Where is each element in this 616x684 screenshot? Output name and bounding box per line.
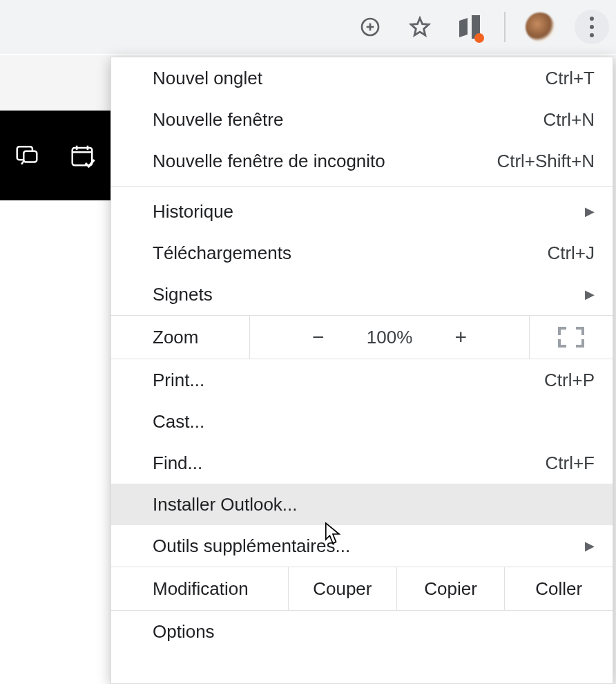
menu-item-label: Outils supplémentaires... bbox=[153, 535, 578, 557]
submenu-arrow-icon: ▶ bbox=[585, 538, 595, 553]
submenu-arrow-icon: ▶ bbox=[585, 204, 595, 219]
zoom-out-button[interactable]: − bbox=[305, 325, 332, 349]
menu-item-shortcut: Ctrl+J bbox=[547, 243, 595, 264]
profile-avatar[interactable] bbox=[525, 12, 555, 42]
browser-toolbar bbox=[0, 0, 616, 55]
zoom-value: 100% bbox=[367, 327, 413, 348]
menu-separator bbox=[111, 186, 613, 187]
menu-item-label: Historique bbox=[153, 201, 578, 222]
extension-office-icon[interactable] bbox=[454, 12, 485, 42]
submenu-arrow-icon: ▶ bbox=[585, 287, 595, 302]
menu-item-label: Téléchargements bbox=[153, 243, 547, 264]
calendar-check-icon bbox=[68, 142, 97, 169]
menu-options[interactable]: Options bbox=[111, 611, 613, 652]
svg-marker-3 bbox=[411, 18, 429, 35]
menu-print[interactable]: Print... Ctrl+P bbox=[111, 359, 613, 401]
menu-edit-row: Modification Couper Copier Coller bbox=[111, 567, 613, 611]
edit-label: Modification bbox=[111, 567, 288, 610]
menu-item-label: Nouvelle fenêtre de incognito bbox=[153, 151, 497, 172]
menu-item-shortcut: Ctrl+T bbox=[546, 68, 595, 89]
menu-cast[interactable]: Cast... bbox=[111, 401, 613, 442]
menu-item-label: Nouvelle fenêtre bbox=[153, 109, 543, 131]
menu-item-label: Cast... bbox=[153, 411, 595, 433]
menu-item-shortcut: Ctrl+F bbox=[546, 453, 595, 474]
menu-zoom-row: Zoom − 100% + bbox=[111, 315, 613, 359]
fullscreen-icon bbox=[558, 327, 584, 348]
menu-downloads[interactable]: Téléchargements Ctrl+J bbox=[111, 232, 613, 274]
mouse-cursor bbox=[325, 522, 341, 546]
menu-history[interactable]: Historique ▶ bbox=[111, 191, 613, 232]
menu-item-label: Print... bbox=[153, 370, 544, 391]
menu-new-tab[interactable]: Nouvel onglet Ctrl+T bbox=[111, 57, 613, 99]
cut-button[interactable]: Couper bbox=[288, 567, 396, 610]
menu-bookmarks[interactable]: Signets ▶ bbox=[111, 274, 613, 315]
menu-item-label: Find... bbox=[153, 453, 546, 474]
menu-find[interactable]: Find... Ctrl+F bbox=[111, 442, 613, 484]
star-icon[interactable] bbox=[405, 12, 435, 42]
chat-icon bbox=[14, 142, 40, 169]
page-background bbox=[0, 200, 110, 684]
copy-button[interactable]: Copier bbox=[396, 567, 505, 610]
toolbar-divider bbox=[504, 12, 506, 42]
menu-item-shortcut: Ctrl+P bbox=[544, 370, 595, 391]
menu-item-label: Options bbox=[153, 621, 595, 643]
menu-more-tools[interactable]: Outils supplémentaires... ▶ bbox=[111, 525, 613, 567]
menu-item-label: Nouvel onglet bbox=[153, 68, 546, 89]
menu-item-shortcut: Ctrl+Shift+N bbox=[497, 151, 595, 172]
fullscreen-button[interactable] bbox=[530, 316, 613, 359]
kebab-menu-icon[interactable] bbox=[575, 10, 609, 44]
zoom-in-button[interactable]: + bbox=[447, 325, 474, 349]
svg-rect-6 bbox=[73, 148, 93, 165]
zoom-label: Zoom bbox=[111, 316, 249, 359]
paste-button[interactable]: Coller bbox=[504, 567, 613, 610]
add-icon[interactable] bbox=[355, 12, 385, 42]
menu-item-label: Installer Outlook... bbox=[153, 494, 595, 515]
menu-incognito-window[interactable]: Nouvelle fenêtre de incognito Ctrl+Shift… bbox=[111, 140, 613, 182]
svg-rect-5 bbox=[23, 151, 37, 162]
browser-main-menu: Nouvel onglet Ctrl+T Nouvelle fenêtre Ct… bbox=[110, 57, 613, 684]
menu-item-shortcut: Ctrl+N bbox=[543, 109, 595, 131]
menu-install-outlook[interactable]: Installer Outlook... bbox=[111, 484, 613, 525]
app-header-fragment bbox=[0, 111, 110, 200]
menu-new-window[interactable]: Nouvelle fenêtre Ctrl+N bbox=[111, 99, 613, 140]
menu-item-label: Signets bbox=[153, 284, 578, 305]
